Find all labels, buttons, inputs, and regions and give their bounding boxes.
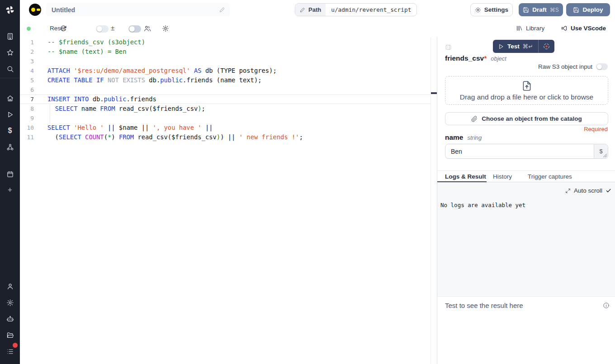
code-line[interactable]: 8 SELECT name FROM read_csv($friends_csv… — [20, 104, 430, 113]
code-text: SELECT name FROM read_csv($friends_csv); — [47, 104, 205, 113]
run-preview-panel: Test ⌘↵ friends_csv* object Raw S3 objec… — [437, 37, 615, 364]
code-editor[interactable]: 1-- $friends_csv (s3object)2-- $name (te… — [20, 37, 437, 364]
code-line[interactable]: 10SELECT 'Hello ' || $name || ', you hav… — [20, 123, 430, 132]
toggle-knob — [129, 26, 135, 32]
dollar-template-button[interactable]: $ — [594, 144, 608, 158]
code-line[interactable]: 1-- $friends_csv (s3object) — [20, 38, 430, 47]
tab-trigger-captures[interactable]: Trigger captures — [528, 173, 572, 180]
choose-object-button[interactable]: Choose an object from the catalog — [445, 112, 608, 125]
code-text: CREATE TABLE IF NOT EXISTS db.public.fri… — [47, 76, 262, 85]
favorites-star-icon[interactable] — [0, 47, 20, 57]
code-line[interactable]: 4ATTACH '$res:u/demo/amazed_postgresql' … — [20, 66, 430, 76]
save-icon — [573, 7, 579, 13]
required-asterisk: * — [484, 54, 487, 62]
raw-s3-toggle[interactable] — [596, 63, 608, 70]
resources-icon[interactable] — [0, 142, 20, 152]
code-line[interactable]: 3 — [20, 57, 430, 66]
code-lines: 1-- $friends_csv (s3object)2-- $name (te… — [20, 38, 430, 142]
raw-s3-toggle-row: Raw S3 object input — [538, 63, 608, 70]
library-button[interactable]: Library — [516, 25, 544, 32]
workspace-building-icon[interactable] — [0, 31, 20, 41]
expand-icon — [565, 188, 571, 194]
arg-name: friends_csv* — [445, 54, 487, 62]
capture-button[interactable] — [539, 40, 554, 53]
path-field[interactable]: Path u/admin/reverent_script — [295, 3, 417, 16]
use-vscode-button[interactable]: Use VScode — [561, 25, 606, 32]
code-line[interactable]: 7INSERT INTO db.public.friends — [20, 95, 430, 104]
sidebar-divider — [0, 78, 20, 78]
users-icon — [144, 25, 151, 32]
deploy-button[interactable]: Deploy — [566, 3, 610, 16]
vscode-icon — [561, 25, 568, 32]
editor-toolbar: Reset ± Library Use VScode — [20, 20, 615, 37]
overview-ruler[interactable] — [430, 37, 437, 364]
arg-name-label: name string — [445, 133, 482, 142]
test-shortcut: ⌘↵ — [523, 43, 533, 50]
duckdb-language-icon[interactable] — [29, 4, 41, 16]
windmill-logo-icon[interactable] — [0, 0, 20, 20]
raw-s3-label: Raw S3 object input — [538, 63, 592, 70]
info-icon[interactable] — [603, 302, 610, 309]
runs-play-icon[interactable] — [0, 109, 20, 119]
collapse-panel-icon[interactable] — [445, 44, 452, 51]
multiplayer-toggle[interactable] — [128, 25, 141, 33]
reset-label[interactable]: Reset — [50, 25, 66, 32]
audit-logs-list-icon[interactable] — [0, 346, 20, 356]
edit-pencil-icon — [219, 7, 225, 13]
line-number: 5 — [20, 76, 34, 85]
library-label: Library — [526, 25, 544, 32]
toggle-knob — [597, 64, 602, 69]
user-account-icon[interactable] — [0, 281, 20, 291]
toggle-knob — [97, 26, 102, 32]
code-line[interactable]: 2-- $name (text) = Ben — [20, 47, 430, 57]
line-number: 11 — [20, 132, 34, 142]
line-number: 8 — [20, 104, 34, 113]
logs-empty-text: No logs are available yet — [440, 202, 525, 208]
code-line[interactable]: 6 — [20, 85, 430, 95]
name-input-value: Ben — [445, 148, 594, 155]
ai-robot-icon[interactable] — [0, 314, 20, 324]
auto-scroll-control[interactable]: Auto scroll — [565, 187, 611, 194]
tab-logs-result[interactable]: Logs & Result — [445, 173, 486, 180]
diff-toggle[interactable] — [96, 25, 109, 33]
code-line[interactable]: 9 — [20, 113, 430, 123]
auto-scroll-label: Auto scroll — [574, 187, 602, 194]
resize-handle[interactable] — [603, 154, 607, 157]
settings-gear-icon[interactable] — [0, 298, 20, 307]
variables-dollar-icon[interactable]: $ — [0, 126, 20, 136]
code-line[interactable]: 11 (SELECT COUNT(*) FROM read_csv($frien… — [20, 132, 430, 142]
line-number: 1 — [20, 38, 34, 47]
name-text-input[interactable]: Ben $ — [445, 144, 608, 159]
file-dropzone[interactable]: Drag and drop a file here or click to br… — [445, 76, 608, 105]
code-text: -- $name (text) = Ben — [47, 47, 126, 57]
draft-label: Draft — [532, 6, 547, 13]
indent-guide — [50, 104, 50, 123]
path-label: Path — [308, 6, 321, 13]
editor-settings-gear-icon[interactable] — [162, 25, 169, 32]
dollar-label: $ — [599, 148, 602, 155]
home-icon[interactable] — [0, 93, 20, 103]
play-icon — [498, 43, 504, 50]
add-plus-icon[interactable]: + — [0, 185, 20, 195]
use-vscode-label: Use VScode — [571, 25, 606, 32]
line-number: 4 — [20, 66, 34, 76]
draft-shortcut: ⌘S — [550, 7, 559, 13]
settings-button[interactable]: Settings — [470, 3, 513, 16]
search-icon[interactable] — [0, 64, 20, 74]
schedules-calendar-icon[interactable] — [0, 169, 20, 179]
arg-type: string — [468, 134, 482, 141]
folders-icon[interactable] — [0, 330, 20, 340]
line-number: 10 — [20, 123, 34, 132]
logs-area: Auto scroll No logs are available yet — [437, 182, 615, 296]
draft-button[interactable]: Draft ⌘S — [519, 3, 563, 16]
library-books-icon — [516, 25, 523, 32]
code-line[interactable]: 5CREATE TABLE IF NOT EXISTS db.public.fr… — [20, 76, 430, 85]
test-button[interactable]: Test ⌘↵ — [493, 40, 538, 53]
dropzone-text: Drag and drop a file here or click to br… — [460, 93, 594, 101]
arg-name: name — [445, 133, 464, 142]
duckdb-eye — [31, 8, 35, 12]
script-title-input[interactable]: Untitled — [46, 3, 230, 16]
tab-history[interactable]: History — [493, 173, 512, 180]
result-area: Test to see the result here — [437, 296, 615, 364]
code-text: INSERT INTO db.public.friends — [47, 95, 156, 104]
